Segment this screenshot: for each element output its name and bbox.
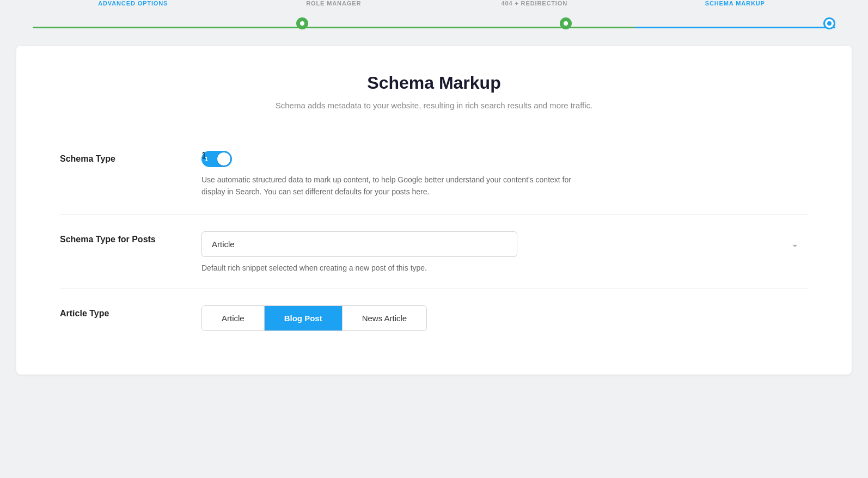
schema-type-posts-label: Schema Type for Posts [60,231,201,244]
step-label-404[interactable]: 404 + REDIRECTION [434,0,635,7]
step-dots-container [33,17,835,29]
step-dot-role[interactable] [296,17,308,29]
schema-type-row: Schema Type 1 Use automatic structured d… [60,134,808,215]
step-dot-schema[interactable] [823,17,835,29]
article-type-row: Article Type Article Blog Post News Arti… [60,289,808,347]
wizard-nav: ADVANCED OPTIONS ROLE MANAGER 404 + REDI… [0,0,868,46]
schema-type-control: 1 Use automatic structured data to mark … [201,151,808,198]
step-label-role[interactable]: ROLE MANAGER [234,0,435,7]
schema-posts-select[interactable]: Article [201,231,517,257]
select-value: Article [212,240,235,249]
article-type-label: Article Type [60,305,201,318]
article-btn[interactable]: Article [202,306,265,330]
schema-type-posts-row: Schema Type for Posts Article ⌄ Default … [60,215,808,289]
article-type-group: Article Blog Post News Article [201,305,427,331]
schema-type-posts-control: Article ⌄ Default rich snippet selected … [201,231,808,272]
article-type-control: Article Blog Post News Article [201,305,808,331]
page-subtitle: Schema adds metadata to your website, re… [60,101,808,110]
chevron-down-icon: ⌄ [792,240,798,248]
schema-type-label: Schema Type [60,151,201,164]
schema-type-description: Use automatic structured data to mark up… [201,174,583,198]
progress-bar [0,12,868,46]
toggle-value: 1 [201,151,206,160]
schema-posts-select-wrapper: Article ⌄ [201,231,808,257]
schema-type-toggle[interactable]: 1 [201,151,232,167]
step-dot-404[interactable] [560,17,572,29]
step-label-schema[interactable]: SCHEMA MARKUP [635,0,836,7]
schema-posts-description: Default rich snippet selected when creat… [201,263,808,272]
blog-post-btn[interactable]: Blog Post [265,306,343,330]
toggle-thumb [217,152,230,166]
step-label-advanced[interactable]: ADVANCED OPTIONS [33,0,234,7]
page-title: Schema Markup [60,73,808,93]
news-article-btn[interactable]: News Article [343,306,427,330]
dot-role-circle [296,17,308,29]
dot-advanced [33,17,45,29]
dot-schema-circle [823,17,835,29]
main-card: Schema Markup Schema adds metadata to yo… [16,46,852,375]
dot-404-circle [560,17,572,29]
